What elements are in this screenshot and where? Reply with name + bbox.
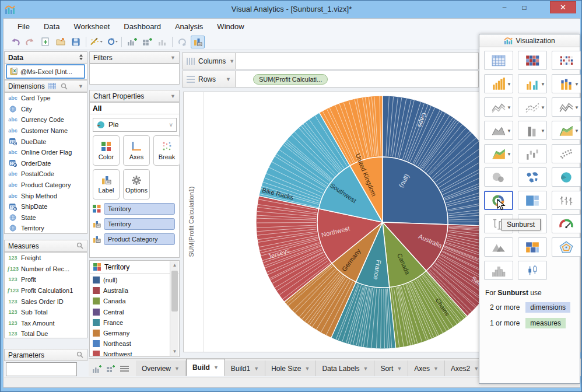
tab-hole-size[interactable]: Hole Size▼ bbox=[265, 360, 316, 376]
binding-territory[interactable]: Territory bbox=[93, 218, 175, 230]
chevron-down-icon[interactable]: ▼ bbox=[474, 366, 479, 372]
chevron-down-icon[interactable]: ▼ bbox=[507, 105, 511, 110]
legend-item-northwest[interactable]: Northwest bbox=[90, 349, 169, 356]
chevron-down-icon[interactable]: ▼ bbox=[170, 55, 176, 61]
measure-total-due[interactable]: 123Total Due bbox=[5, 328, 87, 338]
options-button[interactable]: Options bbox=[123, 169, 150, 200]
chart-type-scatter[interactable] bbox=[552, 144, 581, 163]
menu-data[interactable]: Data bbox=[37, 20, 66, 33]
chevron-down-icon[interactable]: ▼ bbox=[78, 83, 83, 89]
rotate-disabled-button[interactable] bbox=[176, 36, 190, 48]
chart-type-map[interactable] bbox=[518, 167, 547, 187]
chart-type-bar-stacked[interactable]: ▼ bbox=[552, 74, 581, 93]
measure-sub-total[interactable]: 123Sub Total bbox=[5, 307, 87, 318]
legend-item-canada[interactable]: Canada bbox=[90, 296, 169, 306]
measure-number-of-rec-[interactable]: ƒ123Number of Rec... bbox=[5, 264, 87, 275]
chart-type-bar-multi[interactable]: ▼ bbox=[518, 74, 547, 93]
undo-button[interactable] bbox=[8, 36, 22, 48]
save-button[interactable] bbox=[69, 36, 83, 48]
legend-item-australia[interactable]: Australia bbox=[90, 285, 169, 296]
rows-shelf-label[interactable]: Rows▼ bbox=[182, 71, 236, 88]
chevron-down-icon[interactable]: ▼ bbox=[213, 365, 219, 370]
dimension-territory[interactable]: Territory bbox=[5, 223, 87, 234]
new-document-button[interactable] bbox=[38, 36, 52, 48]
parameters-header[interactable]: Parameters bbox=[4, 349, 87, 361]
chart-type-gauge[interactable] bbox=[552, 214, 581, 233]
chevron-down-icon[interactable]: ▼ bbox=[170, 93, 176, 99]
filters-header[interactable]: Filters▼ bbox=[89, 51, 180, 64]
rows-measure-pill[interactable]: SUM(Profit Calculati... bbox=[253, 74, 328, 85]
scroll-up-icon[interactable]: ▲ bbox=[170, 261, 179, 270]
menu-window[interactable]: Window bbox=[211, 20, 250, 33]
legend-scrollbar[interactable]: ▲ ▼ bbox=[170, 261, 178, 356]
legend-item-france[interactable]: France bbox=[90, 317, 169, 328]
chart-type-stock[interactable] bbox=[552, 191, 581, 210]
chevron-down-icon[interactable]: ▼ bbox=[397, 366, 402, 372]
chart-properties-header[interactable]: Chart Properties▼ bbox=[89, 90, 180, 102]
menu-analysis[interactable]: Analysis bbox=[169, 20, 209, 33]
legend-item-germany[interactable]: Germany bbox=[90, 328, 169, 338]
columns-shelf-field[interactable] bbox=[235, 52, 479, 69]
chart-type-radar[interactable] bbox=[552, 237, 581, 257]
columns-shelf-label[interactable]: Columns▼ bbox=[182, 52, 236, 69]
binding-product-category[interactable]: Product Category bbox=[93, 233, 175, 245]
chart-type-table[interactable] bbox=[484, 51, 513, 70]
chart-type-heatmap-matrix[interactable] bbox=[552, 51, 581, 70]
measure-sales-order-id[interactable]: 123Sales Order ID bbox=[5, 296, 87, 307]
dimension-product-category[interactable]: abcProduct Category bbox=[5, 180, 87, 191]
break-button[interactable]: Break bbox=[153, 135, 180, 166]
chart-type-area-chart[interactable]: ▼ bbox=[484, 121, 513, 140]
chevron-down-icon[interactable]: ▼ bbox=[363, 366, 368, 372]
chevron-down-icon[interactable]: ▼ bbox=[433, 366, 439, 372]
menu-worksheet[interactable]: Worksheet bbox=[67, 20, 116, 33]
scroll-down-icon[interactable]: ▼ bbox=[170, 348, 179, 356]
chart-type-line-step[interactable]: ▼ bbox=[552, 97, 581, 117]
chevron-down-icon[interactable]: ▼ bbox=[254, 366, 259, 372]
chart-type-pie[interactable] bbox=[552, 167, 581, 187]
chart-type-waterfall[interactable] bbox=[518, 144, 547, 163]
add-crosstab-icon[interactable] bbox=[106, 365, 115, 373]
measure-tax-amount[interactable]: 123Tax Amount bbox=[5, 318, 87, 329]
dimension-currency-code[interactable]: abcCurrency Code bbox=[5, 114, 87, 125]
tab-build[interactable]: Build▼ bbox=[186, 359, 225, 376]
color-button[interactable]: Color bbox=[93, 135, 120, 166]
chart-type-select[interactable]: Pie ˅ bbox=[93, 118, 177, 132]
menu-dashboard[interactable]: Dashboard bbox=[117, 20, 167, 33]
chart-type-area-stacked2[interactable]: ▼ bbox=[484, 144, 513, 163]
data-panel-header[interactable]: Data bbox=[4, 51, 87, 64]
chevron-down-icon[interactable]: ▼ bbox=[574, 128, 579, 134]
measure-profit-calculation1[interactable]: ƒ123Profit Calculation1 bbox=[5, 285, 87, 296]
chevron-down-icon[interactable]: ▼ bbox=[507, 152, 511, 157]
tab-overview[interactable]: Overview▼ bbox=[136, 360, 186, 376]
search-icon[interactable] bbox=[76, 351, 83, 359]
tab-sort[interactable]: Sort▼ bbox=[374, 360, 408, 376]
measures-header[interactable]: Measures bbox=[4, 240, 87, 252]
chart-type-heatmap[interactable] bbox=[518, 51, 547, 70]
legend-item-central[interactable]: Central bbox=[90, 307, 169, 317]
measure-profit[interactable]: 123Profit bbox=[5, 274, 87, 285]
label-button[interactable]: Label bbox=[93, 169, 120, 200]
dimension-orderdate[interactable]: OrderDate bbox=[5, 158, 87, 169]
bar-disabled-button[interactable] bbox=[155, 36, 169, 48]
tab-data-labels[interactable]: Data Labels▼ bbox=[316, 360, 374, 376]
binding-territory[interactable]: Territory bbox=[93, 203, 175, 215]
axes-button[interactable]: Axes bbox=[123, 135, 150, 166]
chart-type-bar-gray[interactable]: ▼ bbox=[518, 121, 547, 140]
chart-type-line-chart[interactable]: ▼ bbox=[484, 97, 513, 117]
redo-button[interactable] bbox=[23, 36, 37, 48]
chevron-down-icon[interactable]: ▼ bbox=[229, 58, 234, 64]
dimension-state[interactable]: State bbox=[5, 212, 87, 223]
visualization-header[interactable]: Visualization bbox=[479, 34, 580, 47]
dimension-card-type[interactable]: abcCard Type bbox=[5, 93, 87, 104]
dimension-duedate[interactable]: DueDate bbox=[5, 136, 87, 147]
add-chart-icon[interactable] bbox=[92, 365, 101, 373]
chevron-down-icon[interactable]: ▼ bbox=[541, 128, 545, 134]
sheet-list-icon[interactable] bbox=[120, 366, 129, 373]
dimension-online-order-flag[interactable]: abcOnline Order Flag bbox=[5, 147, 87, 158]
chevron-down-icon[interactable]: ▼ bbox=[541, 105, 545, 110]
chevron-down-icon[interactable]: ▼ bbox=[574, 82, 579, 87]
dimension-city[interactable]: City bbox=[5, 104, 87, 115]
chevron-down-icon[interactable]: ▼ bbox=[226, 76, 231, 82]
refresh-button[interactable] bbox=[104, 36, 118, 48]
table-view-icon[interactable] bbox=[48, 83, 56, 89]
